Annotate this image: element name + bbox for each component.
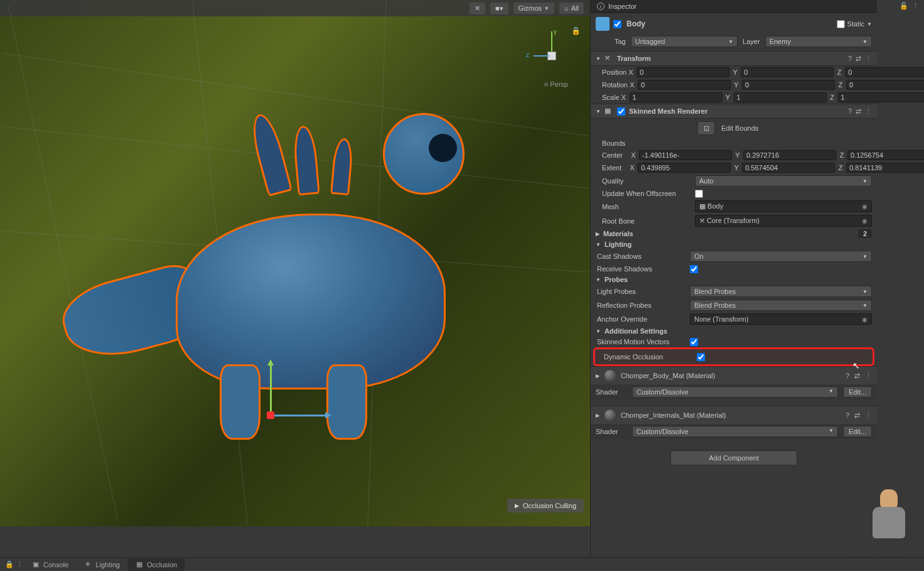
- tag-dropdown[interactable]: Untagged▼: [631, 36, 738, 47]
- tab-lighting[interactable]: ☀Lighting: [76, 558, 127, 571]
- center-x-input[interactable]: [639, 150, 732, 160]
- menu-icon[interactable]: ⋮: [865, 55, 872, 63]
- edit-shader-button[interactable]: Edit...: [843, 426, 872, 437]
- menu-icon[interactable]: ⋮: [912, 2, 919, 10]
- lock-icon[interactable]: 🔒: [5, 560, 14, 569]
- skinned-motion-checkbox[interactable]: [690, 338, 698, 346]
- shader-label: Shader: [596, 428, 627, 435]
- layer-label: Layer: [743, 38, 760, 45]
- probes-section-label: Probes: [604, 276, 628, 283]
- center-label: Center: [602, 151, 629, 159]
- rot-x-input[interactable]: [638, 80, 731, 90]
- material-1-header[interactable]: ▶ Chomper_Body_Mat (Material) ? ⇄ ⋮: [591, 366, 877, 384]
- fold-icon[interactable]: ▼: [596, 329, 601, 334]
- add-component-button[interactable]: Add Component: [670, 450, 797, 465]
- edit-bounds-button[interactable]: ⊡: [697, 121, 715, 135]
- static-checkbox[interactable]: [837, 20, 845, 28]
- smr-enabled-checkbox[interactable]: [617, 107, 625, 116]
- lock-icon[interactable]: 🔒: [571, 26, 581, 35]
- cast-shadows-label: Cast Shadows: [597, 253, 690, 260]
- extent-z-input[interactable]: [846, 163, 924, 173]
- rotation-label: Rotation: [602, 81, 628, 89]
- fold-icon[interactable]: ▶: [596, 373, 599, 379]
- fold-icon[interactable]: ▶: [596, 413, 599, 418]
- receive-shadows-checkbox[interactable]: [690, 265, 698, 273]
- occlusion-culling-overlay[interactable]: ▶ Occlusion Culling: [507, 499, 584, 513]
- perspective-label[interactable]: ≡ Persp: [544, 80, 568, 88]
- help-icon[interactable]: ?: [848, 55, 852, 63]
- menu-icon[interactable]: ⋮: [15, 560, 24, 569]
- update-offscreen-checkbox[interactable]: [695, 190, 703, 198]
- center-z-input[interactable]: [847, 150, 924, 160]
- fold-icon[interactable]: ▼: [596, 277, 601, 283]
- pos-x-input[interactable]: [637, 67, 729, 77]
- help-icon[interactable]: ?: [846, 411, 849, 419]
- target-icon[interactable]: ◉: [862, 316, 868, 323]
- edit-shader-button[interactable]: Edit...: [843, 386, 872, 398]
- smr-component-header[interactable]: ▼ ▦ Skinned Mesh Renderer ? ⇄ ⋮: [591, 104, 877, 119]
- menu-icon[interactable]: ⋮: [865, 107, 872, 116]
- fold-icon[interactable]: ▼: [596, 56, 601, 62]
- preset-icon[interactable]: ⇄: [856, 107, 861, 116]
- pos-z-input[interactable]: [845, 67, 924, 77]
- rot-y-input[interactable]: [742, 80, 835, 90]
- static-dropdown-arrow[interactable]: ▼: [867, 21, 872, 27]
- anchor-override-label: Anchor Override: [597, 315, 690, 323]
- preset-icon[interactable]: ⇄: [854, 372, 860, 380]
- shader-dropdown[interactable]: Custom/Dissolve▼: [632, 386, 838, 398]
- pos-y-input[interactable]: [741, 67, 834, 77]
- target-icon[interactable]: ◉: [862, 203, 868, 210]
- mesh-renderer-icon: ▦: [604, 107, 613, 116]
- occlusion-icon: ▦: [135, 560, 144, 569]
- dynamic-occlusion-checkbox[interactable]: [697, 353, 705, 361]
- selected-mesh-outline: [63, 101, 515, 440]
- quality-dropdown[interactable]: Auto▼: [695, 175, 872, 187]
- light-probes-dropdown[interactable]: Blend Probes▼: [690, 286, 872, 297]
- scl-y-input[interactable]: [734, 92, 827, 102]
- dynamic-occlusion-label: Dynamic Occlusion: [604, 353, 697, 361]
- preset-icon[interactable]: ⇄: [856, 55, 861, 63]
- shader-dropdown[interactable]: Custom/Dissolve▼: [632, 426, 838, 437]
- active-checkbox[interactable]: [613, 20, 621, 28]
- center-y-input[interactable]: [743, 150, 836, 160]
- target-icon[interactable]: ◉: [862, 217, 868, 224]
- help-icon[interactable]: ?: [848, 107, 852, 116]
- object-name-field[interactable]: [625, 18, 833, 30]
- fold-icon[interactable]: ▼: [596, 242, 601, 247]
- tab-console[interactable]: ▣Console: [24, 558, 76, 571]
- layer-dropdown[interactable]: Enemy▼: [765, 36, 872, 47]
- mesh-field[interactable]: ▦ Body◉: [695, 200, 872, 212]
- root-bone-field[interactable]: ⤧ Core (Transform)◉: [695, 215, 872, 227]
- tab-occlusion[interactable]: ▦Occlusion: [127, 558, 185, 571]
- extent-x-input[interactable]: [638, 163, 731, 173]
- menu-icon[interactable]: ⋮: [865, 372, 872, 380]
- reflection-probes-label: Reflection Probes: [597, 302, 690, 309]
- additional-settings-label: Additional Settings: [604, 327, 667, 335]
- update-offscreen-label: Update When Offscreen: [602, 190, 695, 197]
- inspector-tab[interactable]: i Inspector 🔓 ⋮: [591, 0, 877, 13]
- reflection-probes-dropdown[interactable]: Blend Probes▼: [690, 300, 872, 311]
- scl-z-input[interactable]: [838, 92, 924, 102]
- scene-viewport[interactable]: ✕ ■▾ Gizmos ▼ ⌕ All 🔒 y z ≡ Persp: [0, 0, 590, 526]
- fold-icon[interactable]: ▼: [596, 109, 601, 114]
- bounds-label: Bounds: [602, 139, 695, 147]
- static-label: Static: [847, 20, 865, 28]
- console-icon: ▣: [31, 560, 40, 569]
- material-2-header[interactable]: ▶ Chomper_Internals_Mat (Material) ? ⇄ ⋮: [591, 406, 877, 424]
- gameobject-header: Static ▼: [591, 13, 877, 35]
- orientation-gizmo[interactable]: y z: [521, 31, 571, 82]
- help-icon[interactable]: ?: [846, 372, 849, 379]
- rot-z-input[interactable]: [846, 80, 924, 90]
- fold-icon[interactable]: ▶: [596, 231, 599, 237]
- cast-shadows-dropdown[interactable]: On▼: [690, 251, 872, 262]
- anchor-override-field[interactable]: None (Transform)◉: [690, 313, 872, 325]
- receive-shadows-label: Receive Shadows: [597, 265, 690, 273]
- prefab-icon: [596, 17, 610, 31]
- transform-component-header[interactable]: ▼ ⤧ Transform ? ⇄ ⋮: [591, 51, 877, 66]
- material-preview-icon: [604, 370, 616, 381]
- preset-icon[interactable]: ⇄: [854, 411, 860, 420]
- menu-icon[interactable]: ⋮: [865, 411, 872, 420]
- scl-x-input[interactable]: [630, 92, 723, 102]
- lock-icon[interactable]: 🔓: [900, 2, 908, 10]
- extent-y-input[interactable]: [742, 163, 835, 173]
